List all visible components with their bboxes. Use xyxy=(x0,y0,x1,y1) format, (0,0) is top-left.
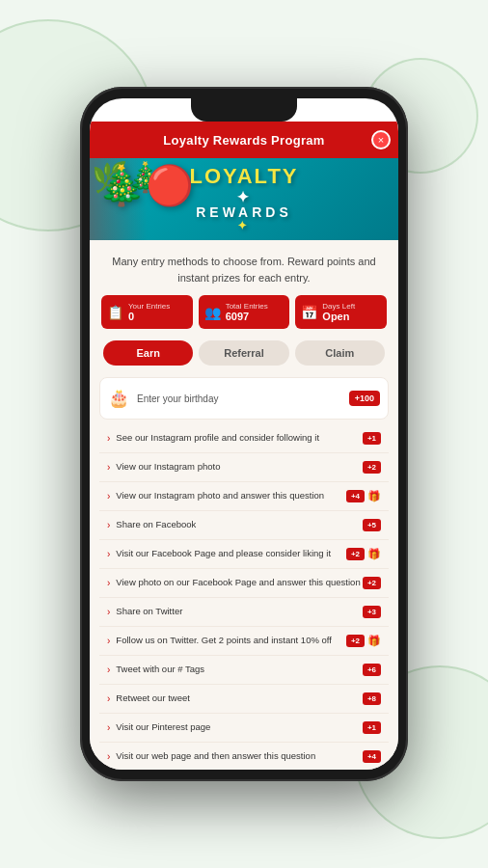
banner: 🌿🎄 🎄🔴 LOYALTY ✦ REWARDS ✦ xyxy=(90,158,398,240)
list-item[interactable]: ›Visit our Pinterest page+1 xyxy=(99,714,389,743)
tab-claim[interactable]: Claim xyxy=(295,340,385,366)
star-2: ✦ xyxy=(189,220,298,232)
loyalty-text: LOYALTY ✦ xyxy=(189,165,298,205)
chevron-icon: › xyxy=(107,520,110,530)
description-text: Many entry methods to choose from. Rewar… xyxy=(109,254,379,285)
chevron-icon: › xyxy=(107,665,110,675)
item-right: +6 xyxy=(363,664,381,676)
description-section: Many entry methods to choose from. Rewar… xyxy=(90,240,398,295)
chevron-icon: › xyxy=(107,578,110,588)
points-badge: +2 xyxy=(363,461,381,474)
list-item[interactable]: ›View photo on our Facebook Page and ans… xyxy=(99,569,389,598)
chevron-icon: › xyxy=(107,607,110,617)
phone-notch xyxy=(191,98,297,122)
item-text: Follow us on Twitter. Get 2 points and i… xyxy=(116,635,346,646)
item-right: +2🎁 xyxy=(346,548,381,560)
list-item[interactable]: ›Tweet with our # Tags+6 xyxy=(99,656,389,685)
chevron-icon: › xyxy=(107,549,110,559)
list-item[interactable]: ›See our Instagram profile and consider … xyxy=(99,424,389,453)
your-entries-label: Your Entries xyxy=(128,302,170,311)
gift-icon: 🎁 xyxy=(367,635,381,647)
days-left-label: Days Left xyxy=(322,302,355,311)
total-entries-label: Total Entries xyxy=(226,302,268,311)
points-badge: +6 xyxy=(363,664,381,676)
total-entries-value: 6097 xyxy=(226,311,268,322)
points-badge: +2 xyxy=(346,548,365,560)
list-items-container: ›See our Instagram profile and consider … xyxy=(99,424,389,770)
chevron-icon: › xyxy=(107,491,110,502)
modal-title: Loyalty Rewards Program xyxy=(163,133,324,148)
total-info: Total Entries 6097 xyxy=(226,302,268,322)
list-item[interactable]: ›Visit our Facebook Page and please cons… xyxy=(99,540,389,569)
birthday-text: Enter your birthday xyxy=(137,393,349,404)
birthday-points: +100 xyxy=(349,391,380,406)
entries-icon: 📋 xyxy=(107,305,123,320)
item-right: +2 xyxy=(363,461,381,474)
days-info: Days Left Open xyxy=(322,302,355,322)
banner-ornament-icon: 🎄🔴 xyxy=(97,163,194,208)
item-text: Tweet with our # Tags xyxy=(116,664,363,675)
item-text: View our Instagram photo xyxy=(116,461,363,473)
total-icon: 👥 xyxy=(204,305,221,320)
tab-earn[interactable]: Earn xyxy=(103,340,193,366)
list-item[interactable]: ›View our Instagram photo and answer thi… xyxy=(99,482,389,511)
banner-text: LOYALTY ✦ REWARDS ✦ xyxy=(189,165,298,232)
points-badge: +3 xyxy=(363,606,381,618)
chevron-icon: › xyxy=(107,693,110,704)
list-item[interactable]: ›Follow us on Twitter. Get 2 points and … xyxy=(99,627,389,656)
item-text: Visit our Pinterest page xyxy=(116,721,363,733)
points-badge: +8 xyxy=(363,692,381,705)
stat-days-left: 📅 Days Left Open xyxy=(295,295,387,329)
calendar-icon: 📅 xyxy=(301,305,317,320)
list-item[interactable]: ›Share on Twitter+3 xyxy=(99,598,389,627)
list-item[interactable]: ›Share on Facebook+5 xyxy=(99,511,389,540)
item-right: +5 xyxy=(363,519,381,531)
modal-container: Loyalty Rewards Program × 🌿🎄 🎄🔴 LOYALTY … xyxy=(90,122,398,770)
list-item[interactable]: ›Visit our web page and then answer this… xyxy=(99,743,389,770)
points-badge: +4 xyxy=(346,490,365,502)
stat-total-entries: 👥 Total Entries 6097 xyxy=(199,295,290,329)
item-right: +8 xyxy=(363,692,381,705)
modal-header: Loyalty Rewards Program × xyxy=(90,122,398,158)
phone-screen: Loyalty Rewards Program × 🌿🎄 🎄🔴 LOYALTY … xyxy=(90,98,398,770)
your-entries-value: 0 xyxy=(128,311,170,322)
earn-list[interactable]: 🎂 Enter your birthday +100 ›See our Inst… xyxy=(90,377,398,770)
days-left-value: Open xyxy=(322,311,355,322)
rewards-text: REWARDS ✦ xyxy=(189,205,298,233)
gift-icon: 🎁 xyxy=(367,490,381,502)
list-item[interactable]: ›Retweet our tweet+8 xyxy=(99,685,389,714)
item-text: Retweet our tweet xyxy=(116,692,363,704)
chevron-icon: › xyxy=(107,751,110,762)
points-badge: +1 xyxy=(363,721,381,734)
item-text: View our Instagram photo and answer this… xyxy=(116,490,346,502)
chevron-icon: › xyxy=(107,636,110,646)
star-1: ✦ xyxy=(189,189,298,206)
close-button[interactable]: × xyxy=(371,130,391,149)
item-text: See our Instagram profile and consider f… xyxy=(116,432,363,444)
points-badge: +5 xyxy=(363,519,381,531)
birthday-icon: 🎂 xyxy=(108,388,129,409)
stat-your-entries: 📋 Your Entries 0 xyxy=(101,295,193,329)
points-badge: +2 xyxy=(346,635,365,647)
points-badge: +1 xyxy=(363,432,381,445)
birthday-row[interactable]: 🎂 Enter your birthday +100 xyxy=(99,377,389,420)
item-right: +3 xyxy=(363,606,381,618)
item-text: View photo on our Facebook Page and answ… xyxy=(116,577,363,588)
points-badge: +4 xyxy=(363,750,381,763)
item-right: +4 xyxy=(363,750,381,763)
phone-frame: Loyalty Rewards Program × 🌿🎄 🎄🔴 LOYALTY … xyxy=(80,87,408,781)
item-text: Visit our Facebook Page and please consi… xyxy=(116,548,346,559)
chevron-icon: › xyxy=(107,722,110,733)
item-right: +4🎁 xyxy=(346,490,381,502)
item-right: +2 xyxy=(363,577,381,589)
item-right: +1 xyxy=(363,721,381,734)
tab-referral[interactable]: Referral xyxy=(199,340,288,366)
entries-info: Your Entries 0 xyxy=(128,302,170,322)
tabs-container: Earn Referral Claim xyxy=(90,340,398,377)
item-text: Share on Facebook xyxy=(116,519,363,530)
item-right: +2🎁 xyxy=(346,635,381,647)
points-badge: +2 xyxy=(363,577,381,589)
item-text: Visit our web page and then answer this … xyxy=(116,750,363,762)
list-item[interactable]: ›View our Instagram photo+2 xyxy=(99,453,389,482)
stats-row: 📋 Your Entries 0 👥 Total Entries 6097 📅 xyxy=(90,295,398,340)
